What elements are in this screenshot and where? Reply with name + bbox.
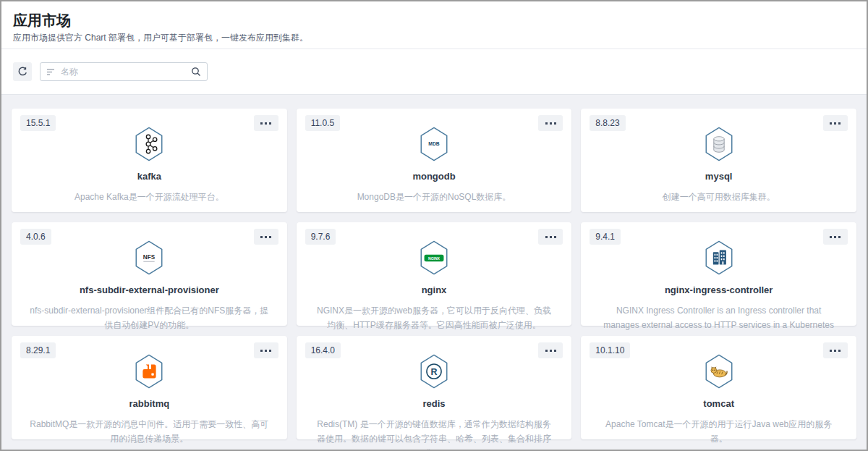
app-name: kafka bbox=[137, 171, 161, 182]
app-description: RabbitMQ是一款开源的消息中间件。适用于需要一致性、高可用的消息传递场景。 bbox=[20, 417, 278, 446]
rabbitmq-logo-icon bbox=[133, 354, 165, 389]
refresh-button[interactable] bbox=[13, 62, 32, 81]
dot bbox=[830, 236, 832, 238]
app-name: tomcat bbox=[703, 398, 734, 410]
dot bbox=[838, 122, 841, 125]
dot bbox=[830, 350, 832, 352]
filter-lines-icon bbox=[46, 67, 55, 76]
page-subtitle: 应用市场提供官方 Chart 部署包，用户可基于部署包，一键发布应用到集群。 bbox=[13, 33, 855, 43]
more-ellipsis-icon bbox=[830, 350, 841, 352]
app-description: nfs-subdir-external-provisioner组件配合已有的NF… bbox=[20, 303, 278, 332]
nfs-logo-icon: NFS bbox=[133, 240, 165, 275]
svg-text:R: R bbox=[430, 367, 437, 377]
app-card-kafka[interactable]: 15.5.1 kafka Apache Kafka是 bbox=[12, 109, 287, 212]
dot bbox=[265, 350, 267, 352]
search-input[interactable] bbox=[59, 66, 187, 77]
app-description: MongoDB是一个开源的NoSQL数据库。 bbox=[349, 190, 520, 204]
more-ellipsis-icon bbox=[260, 122, 271, 125]
app-name: redis bbox=[422, 398, 445, 410]
svg-text:NGINX: NGINX bbox=[428, 256, 440, 261]
app-name: nginx-ingress-controller bbox=[665, 284, 773, 296]
more-button[interactable] bbox=[823, 342, 848, 358]
more-ellipsis-icon bbox=[545, 122, 556, 125]
mongodb-logo-icon: MDB bbox=[418, 127, 450, 161]
more-button[interactable] bbox=[254, 342, 278, 358]
more-button[interactable] bbox=[823, 229, 848, 245]
app-description: NGINX是一款开源的web服务器，它可以用于反向代理、负载均衡、HTTP缓存服… bbox=[305, 303, 563, 332]
app-card-mysql[interactable]: 8.8.23 mysql 创建一个高可用数据库集群。 bbox=[581, 109, 856, 212]
dot bbox=[545, 122, 548, 125]
more-ellipsis-icon bbox=[260, 236, 271, 238]
search-box bbox=[40, 62, 208, 81]
app-card-nfs-subdir-external-provisioner[interactable]: 4.0.6 NFS nfs-subdir-external-provisione… bbox=[12, 222, 287, 326]
refresh-icon bbox=[17, 66, 28, 77]
dot bbox=[554, 122, 556, 125]
nginx-logo-icon: NGINX bbox=[418, 240, 450, 275]
dot bbox=[550, 122, 552, 125]
version-badge: 9.7.6 bbox=[305, 229, 336, 245]
app-description: Apache Tomcat是一个开源的用于运行Java web应用的服务器。 bbox=[590, 417, 848, 446]
version-badge: 11.0.5 bbox=[305, 115, 340, 131]
building-icon bbox=[703, 240, 735, 275]
dot bbox=[265, 236, 267, 238]
app-card-tomcat[interactable]: 10.1.10 tomcat bbox=[581, 336, 856, 439]
more-ellipsis-icon bbox=[545, 350, 556, 352]
dot bbox=[834, 236, 836, 238]
dot bbox=[834, 122, 836, 125]
more-ellipsis-icon bbox=[545, 236, 556, 238]
app-name: mysql bbox=[705, 171, 733, 182]
app-card-rabbitmq[interactable]: 8.29.1 rabbitmq RabbitMQ是一款开源的消息中间件。适用于需… bbox=[12, 336, 287, 439]
dot bbox=[269, 122, 271, 125]
dot bbox=[545, 350, 548, 352]
app-card-mongodb[interactable]: 11.0.5 MDB mongodb MongoDB是一个开源的NoSQL数据库… bbox=[297, 109, 572, 212]
dot bbox=[269, 350, 271, 352]
dot bbox=[554, 350, 556, 352]
app-name: rabbitmq bbox=[129, 398, 170, 410]
svg-text:NFS: NFS bbox=[143, 254, 156, 261]
app-name: nfs-subdir-external-provisioner bbox=[80, 284, 219, 296]
app-market-page: 应用市场 应用市场提供官方 Chart 部署包，用户可基于部署包，一键发布应用到… bbox=[0, 0, 868, 451]
version-badge: 8.29.1 bbox=[20, 342, 56, 358]
app-card-nginx-ingress-controller[interactable]: 9.4.1 bbox=[581, 222, 856, 326]
dot bbox=[260, 236, 263, 238]
app-name: mongodb bbox=[412, 171, 455, 182]
more-ellipsis-icon bbox=[830, 236, 841, 238]
more-button[interactable] bbox=[538, 342, 563, 358]
dot bbox=[838, 236, 841, 238]
more-ellipsis-icon bbox=[260, 350, 271, 352]
tomcat-logo-icon bbox=[703, 354, 735, 389]
app-card-nginx[interactable]: 9.7.6 NGINX nginx NGINX是一款开源的web服务器，它可以用… bbox=[297, 222, 572, 326]
dot bbox=[830, 122, 832, 125]
dot bbox=[550, 350, 552, 352]
version-badge: 10.1.10 bbox=[590, 342, 630, 358]
more-button[interactable] bbox=[823, 115, 848, 131]
magnifier-icon[interactable] bbox=[191, 67, 201, 77]
version-badge: 9.4.1 bbox=[590, 229, 621, 245]
dot bbox=[545, 236, 548, 238]
version-badge: 8.8.23 bbox=[590, 115, 625, 131]
app-description: 创建一个高可用数据库集群。 bbox=[654, 190, 784, 204]
more-button[interactable] bbox=[538, 115, 563, 131]
more-button[interactable] bbox=[254, 115, 278, 131]
dot bbox=[550, 236, 552, 238]
more-button[interactable] bbox=[254, 229, 278, 245]
dot bbox=[834, 350, 836, 352]
toolbar bbox=[1, 49, 867, 94]
app-name: nginx bbox=[422, 284, 447, 296]
app-description: Redis(TM) 是一个开源的键值数据库，通常作为数据结构服务器使用。数据的键… bbox=[305, 417, 563, 451]
page-header: 应用市场 应用市场提供官方 Chart 部署包，用户可基于部署包，一键发布应用到… bbox=[1, 1, 867, 49]
more-ellipsis-icon bbox=[830, 122, 841, 125]
app-card-grid: 15.5.1 kafka Apache Kafka是 bbox=[1, 94, 867, 450]
version-badge: 16.4.0 bbox=[305, 342, 341, 358]
mysql-database-icon bbox=[703, 127, 735, 161]
redis-logo-icon: R bbox=[418, 354, 450, 389]
page-title: 应用市场 bbox=[13, 12, 855, 29]
app-description: Apache Kafka是一个开源流处理平台。 bbox=[66, 190, 233, 204]
dot bbox=[260, 122, 263, 125]
version-badge: 15.5.1 bbox=[20, 115, 56, 131]
dot bbox=[265, 122, 267, 125]
app-card-redis[interactable]: 16.4.0 R redis Redis(TM) 是一个开源的键值数据库，通常作… bbox=[297, 336, 572, 439]
dot bbox=[554, 236, 556, 238]
more-button[interactable] bbox=[538, 229, 563, 245]
kafka-logo-icon bbox=[133, 127, 165, 161]
